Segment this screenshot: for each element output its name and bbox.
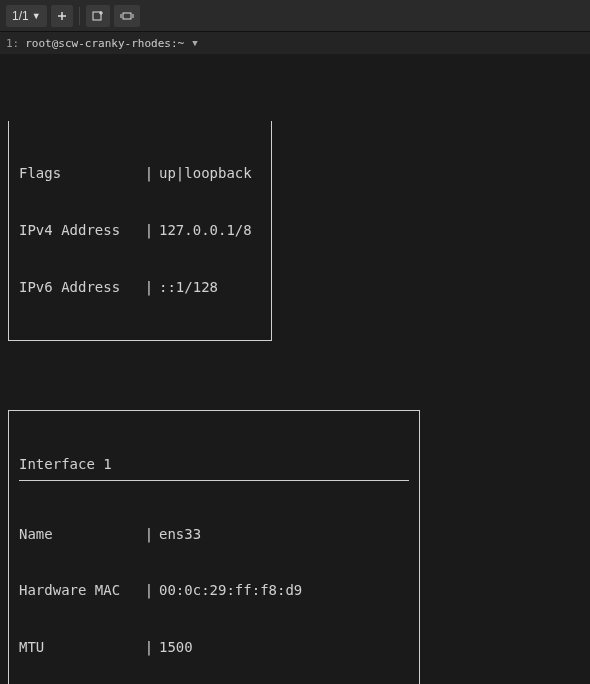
svg-rect-1 bbox=[123, 13, 131, 19]
iface0-ipv4-key: IPv4 Address bbox=[19, 221, 139, 240]
pane1-menu-button[interactable]: ▼ bbox=[192, 38, 197, 48]
kv-sep: | bbox=[139, 525, 159, 544]
kv-sep: | bbox=[139, 164, 159, 183]
iface1-mac-key: Hardware MAC bbox=[19, 581, 139, 600]
pane1-terminal[interactable]: Flags|up|loopback IPv4 Address|127.0.0.1… bbox=[0, 54, 590, 684]
iface1-mtu-row: MTU|1500 bbox=[19, 638, 409, 657]
iface0-flags-row: Flags|up|loopback bbox=[19, 164, 261, 183]
app-toolbar: 1/1 ▼ bbox=[0, 0, 590, 32]
broadcast-button[interactable] bbox=[114, 5, 140, 27]
iface1-title: Interface 1 bbox=[19, 455, 409, 481]
kv-sep: | bbox=[139, 278, 159, 297]
iface0-ipv6-key: IPv6 Address bbox=[19, 278, 139, 297]
iface0-flags-key: Flags bbox=[19, 164, 139, 183]
iface0-ipv6-row: IPv6 Address|::1/128 bbox=[19, 278, 261, 297]
iface1-mac-val: 00:0c:29:ff:f8:d9 bbox=[159, 581, 409, 600]
iface0-ipv4-row: IPv4 Address|127.0.0.1/8 bbox=[19, 221, 261, 240]
iface0-ipv4-val: 127.0.0.1/8 bbox=[159, 221, 261, 240]
iface1-name-row: Name|ens33 bbox=[19, 525, 409, 544]
iface1-mac-row: Hardware MAC|00:0c:29:ff:f8:d9 bbox=[19, 581, 409, 600]
iface1-name-val: ens33 bbox=[159, 525, 409, 544]
window-plus-icon bbox=[92, 10, 104, 22]
iface1-box: Interface 1 Name|ens33 Hardware MAC|00:0… bbox=[8, 410, 420, 684]
iface0-box: Flags|up|loopback IPv4 Address|127.0.0.1… bbox=[8, 121, 272, 342]
pane1-title: root@scw-cranky-rhodes:~ bbox=[25, 37, 184, 50]
iface1-mtu-key: MTU bbox=[19, 638, 139, 657]
broadcast-icon bbox=[120, 11, 134, 21]
add-tab-button[interactable] bbox=[51, 5, 73, 27]
chevron-down-icon: ▼ bbox=[32, 11, 41, 21]
iface0-flags-val: up|loopback bbox=[159, 164, 261, 183]
iface1-mtu-val: 1500 bbox=[159, 638, 409, 657]
iface1-name-key: Name bbox=[19, 525, 139, 544]
tab-index-button[interactable]: 1/1 ▼ bbox=[6, 5, 47, 27]
pane1-tabbar: 1: root@scw-cranky-rhodes:~ ▼ bbox=[0, 32, 590, 54]
tab-index-label: 1/1 bbox=[12, 9, 29, 23]
new-window-button[interactable] bbox=[86, 5, 110, 27]
kv-sep: | bbox=[139, 638, 159, 657]
kv-sep: | bbox=[139, 581, 159, 600]
toolbar-separator bbox=[79, 7, 80, 25]
pane1-index: 1: bbox=[6, 37, 19, 50]
iface0-ipv6-val: ::1/128 bbox=[159, 278, 261, 297]
kv-sep: | bbox=[139, 221, 159, 240]
plus-icon bbox=[57, 11, 67, 21]
